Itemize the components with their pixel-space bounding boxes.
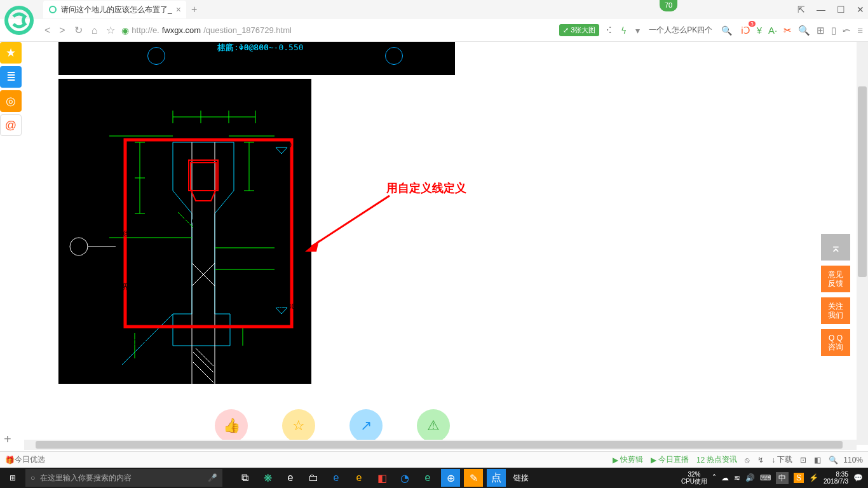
star-button[interactable]: ☆: [106, 24, 115, 36]
tb-app2-icon[interactable]: 点: [487, 469, 506, 487]
svg-point-1: [50, 6, 56, 13]
svg-rect-32: [125, 140, 292, 327]
ime-sogou-icon[interactable]: S: [794, 473, 804, 483]
ext-apps-icon[interactable]: ⊞: [817, 25, 825, 36]
sidebar-at[interactable]: @: [0, 114, 22, 136]
live-button[interactable]: ▶ 今日直播: [651, 454, 689, 465]
zoom-icon[interactable]: 🔍: [829, 456, 838, 464]
svg-line-9: [122, 314, 173, 365]
tb-360-icon[interactable]: ❋: [258, 469, 277, 487]
like-button[interactable]: 👍: [215, 409, 248, 442]
vertical-scrollbar[interactable]: [857, 42, 868, 445]
tray-sync-icon[interactable]: ☁: [721, 473, 729, 482]
home-button[interactable]: ⌂: [92, 25, 98, 36]
svg-line-33: [193, 352, 214, 372]
cortana-icon: ○: [31, 473, 35, 482]
tb-edge-icon[interactable]: e: [281, 469, 300, 487]
sidebar-add[interactable]: +: [4, 432, 11, 447]
sidebar-weibo[interactable]: ◎: [0, 90, 22, 112]
pip-icon[interactable]: ⊡: [800, 456, 806, 464]
forward-button[interactable]: >: [59, 25, 65, 36]
flash-icon[interactable]: ϟ: [621, 25, 627, 36]
tb-app1-icon[interactable]: ⊕: [441, 469, 460, 487]
annotation-arrow: [297, 188, 405, 258]
taskbar-search[interactable]: ○ 在这里输入你要搜索的内容 🎤: [25, 469, 222, 487]
download-button[interactable]: ↓ 下载: [771, 454, 792, 465]
browser-logo[interactable]: [1, 3, 37, 38]
tb-ie-icon[interactable]: e: [349, 469, 369, 487]
sidebar-favorites[interactable]: ★: [0, 42, 22, 64]
window-pin-icon[interactable]: ⇱: [797, 4, 805, 15]
follow-button[interactable]: 关注我们: [821, 297, 850, 324]
tb-notes-icon[interactable]: ✎: [464, 469, 483, 487]
ext-undo-icon[interactable]: ⤺: [843, 25, 851, 36]
tb-360b-icon[interactable]: e: [418, 469, 437, 487]
speed-badge[interactable]: 70: [660, 0, 677, 11]
horizontal-scrollbar[interactable]: [24, 440, 857, 450]
ext-wallet-icon[interactable]: ¥: [757, 25, 762, 36]
cpu-meter[interactable]: 32%CPU使用: [681, 471, 707, 485]
zoom-value[interactable]: 110%: [843, 456, 863, 464]
right-float-panel: ⌅ 意见反馈 关注我们 Q Q咨询: [821, 234, 850, 356]
address-bar[interactable]: ◉ http://e.fwxgx.com/question_1876729.ht…: [121, 25, 553, 36]
dropdown-icon[interactable]: ▾: [635, 25, 640, 36]
sidebar: ★ ≣ ◎ @: [0, 42, 24, 136]
tray-vol-icon[interactable]: 🔊: [745, 473, 755, 482]
reload-button[interactable]: ↻: [74, 24, 83, 36]
new-tab-button[interactable]: +: [191, 4, 197, 15]
svg-point-0: [6, 8, 32, 33]
ext-iqiyi-icon[interactable]: iƆ3: [741, 25, 750, 36]
scroll-top-button[interactable]: ⌅: [821, 234, 850, 261]
search-icon[interactable]: 🔍: [721, 25, 732, 36]
vscroll-thumb[interactable]: [858, 86, 867, 277]
tray-up-icon[interactable]: ˄: [712, 473, 716, 482]
start-button[interactable]: ⊞: [0, 473, 25, 482]
mic-icon[interactable]: 🎤: [208, 473, 217, 482]
feedback-button[interactable]: 意见反馈: [821, 266, 850, 292]
taskbar-clock[interactable]: 8:352018/7/3: [824, 471, 848, 485]
back-button[interactable]: <: [44, 25, 50, 36]
tab-close-icon[interactable]: ×: [176, 4, 181, 15]
qq-button[interactable]: Q Q咨询: [821, 329, 850, 356]
adblock-icon[interactable]: ⦸: [745, 456, 750, 464]
tb-qq-icon[interactable]: ◔: [395, 469, 414, 487]
today-select[interactable]: 今日优选: [15, 454, 45, 465]
tray-net-icon[interactable]: ≋: [734, 473, 740, 482]
news-button[interactable]: 12 热点资讯: [696, 454, 737, 465]
window-minimize-icon[interactable]: —: [817, 4, 825, 15]
search-hint[interactable]: 一个人怎么PK四个: [649, 25, 712, 36]
tb-edge2-icon[interactable]: e: [327, 469, 346, 487]
clip-button[interactable]: ▶ 快剪辑: [613, 454, 643, 465]
ext-a-icon[interactable]: A·: [768, 25, 777, 36]
taskbar: ⊞ ○ 在这里输入你要搜索的内容 🎤 ⧉ ❋ e 🗀 e e ◧ ◔ e ⊕ ✎…: [0, 468, 868, 488]
status-bar: 🎁 今日优选 ▶ 快剪辑 ▶ 今日直播 12 热点资讯 ⦸ ↯ ↓ 下载 ⊡ ◧…: [0, 451, 868, 468]
tray-kb-icon[interactable]: ⌨: [760, 473, 771, 482]
ime-indicator[interactable]: 中: [776, 472, 789, 484]
task-view-icon[interactable]: ⧉: [235, 469, 254, 487]
ext-scissors-icon[interactable]: ✂: [783, 25, 792, 36]
gift-icon[interactable]: 🎁: [5, 456, 15, 464]
report-button[interactable]: ⚠: [417, 409, 450, 442]
window-close-icon[interactable]: ✕: [857, 4, 864, 15]
favorite-button[interactable]: ☆: [282, 409, 315, 442]
ext-reader-icon[interactable]: ▯: [831, 25, 836, 36]
page-content: 挂筋 Φ8@800 标高:-0.800~-0.550: [24, 42, 853, 445]
sidebar-docs[interactable]: ≣: [0, 66, 22, 88]
tb-office-icon[interactable]: ◧: [372, 469, 391, 487]
tray-power-icon[interactable]: ⚡: [809, 473, 818, 482]
share-icon[interactable]: ⠪: [606, 25, 612, 36]
net-icon[interactable]: ↯: [757, 456, 764, 464]
window-maximize-icon[interactable]: ☐: [837, 4, 845, 15]
notifications-icon[interactable]: 💬: [853, 473, 863, 482]
tb-link-label[interactable]: 链接: [513, 473, 529, 484]
sidebar-toggle-icon[interactable]: ◧: [814, 456, 821, 464]
share-button[interactable]: ↗: [349, 409, 383, 442]
pic-count-badge[interactable]: ⤢ 3张大图: [559, 24, 599, 36]
hscroll-thumb[interactable]: [36, 441, 843, 449]
menu-icon[interactable]: ≡: [857, 25, 863, 36]
tab-title: 请问这个地儿的应该怎么布置了_: [61, 4, 172, 15]
browser-tab[interactable]: 请问这个地儿的应该怎么布置了_ ×: [43, 1, 186, 18]
ext-search-icon[interactable]: 🔍: [798, 25, 810, 36]
url-prefix: http://e.: [132, 25, 159, 35]
tb-folder-icon[interactable]: 🗀: [304, 469, 323, 487]
